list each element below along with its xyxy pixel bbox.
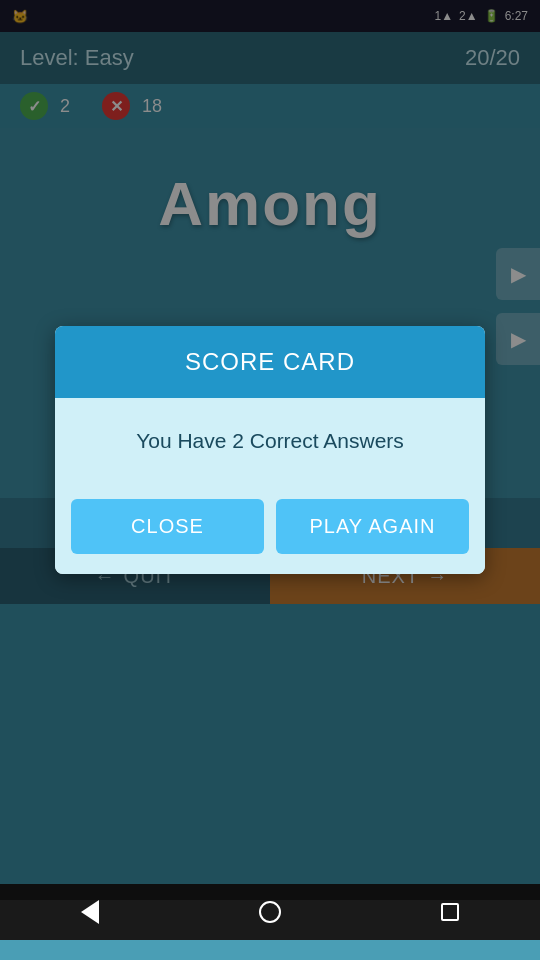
recents-icon	[441, 903, 459, 921]
back-icon	[81, 900, 99, 924]
modal-body: You Have 2 Correct Answers	[55, 398, 485, 483]
home-icon	[259, 901, 281, 923]
modal-header: SCORE CARD	[55, 326, 485, 398]
modal-overlay: SCORE CARD You Have 2 Correct Answers CL…	[0, 0, 540, 900]
modal-title: SCORE CARD	[185, 348, 355, 375]
modal-message: You Have 2 Correct Answers	[136, 429, 404, 452]
score-card-modal: SCORE CARD You Have 2 Correct Answers CL…	[55, 326, 485, 574]
play-again-button[interactable]: PLAY AGAIN	[276, 499, 469, 554]
modal-buttons: CLOSE PLAY AGAIN	[55, 483, 485, 574]
close-button[interactable]: CLOSE	[71, 499, 264, 554]
